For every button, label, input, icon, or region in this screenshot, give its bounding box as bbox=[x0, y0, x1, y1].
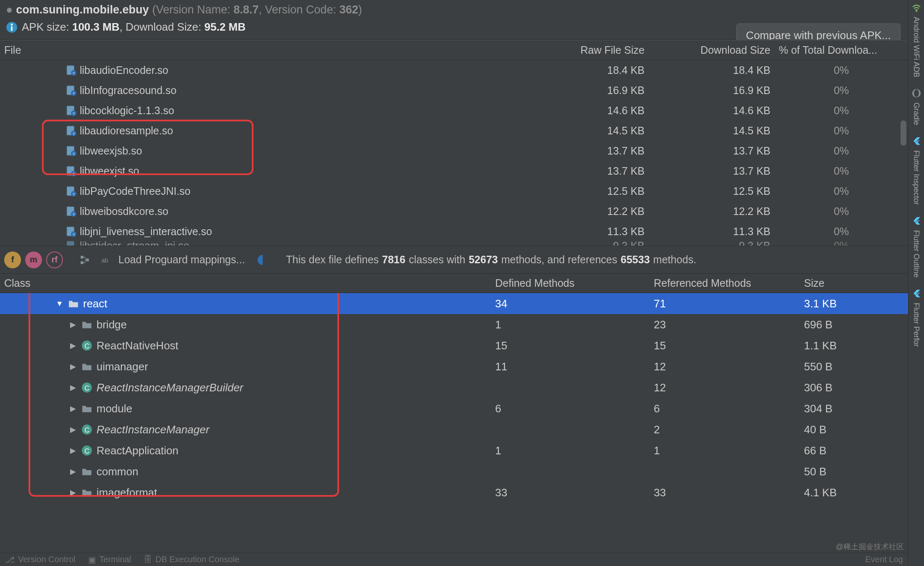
tree-icon[interactable] bbox=[76, 252, 93, 268]
filter-fields-button[interactable]: f bbox=[4, 252, 21, 268]
tool-flutter-perfor[interactable]: Flutter Perfor bbox=[911, 288, 921, 349]
terminal-tab[interactable]: ▣Terminal bbox=[88, 555, 131, 565]
referenced-methods: 12 bbox=[650, 381, 800, 394]
file-row[interactable]: libweexjst.so 13.7 KB 13.7 KB 0% bbox=[0, 161, 908, 181]
file-name: libcocklogic-1.1.3.so bbox=[80, 105, 174, 117]
class-name: bridge bbox=[97, 318, 127, 331]
file-name: libPayCodeThreeJNI.so bbox=[80, 185, 191, 197]
class-row[interactable]: ▶ ReactInstanceManagerBuilder 12 306 B bbox=[0, 377, 908, 398]
folder-icon bbox=[81, 487, 92, 498]
col-referenced[interactable]: Referenced Methods bbox=[650, 277, 800, 289]
file-row[interactable]: libaudioEncoder.so 18.4 KB 18.4 KB 0% bbox=[0, 60, 908, 80]
class-name: ReactInstanceManagerBuilder bbox=[97, 381, 243, 394]
tool-gradle[interactable]: Gradle bbox=[911, 88, 921, 128]
expand-icon[interactable]: ▶ bbox=[69, 404, 77, 413]
class-row[interactable]: ▶ uimanager 11 12 550 B bbox=[0, 356, 908, 377]
filter-methods-button[interactable]: m bbox=[25, 252, 42, 268]
file-name: libweibosdkcore.so bbox=[80, 205, 168, 217]
file-scrollbar-thumb[interactable] bbox=[901, 121, 906, 146]
file-dl-size: 12.5 KB bbox=[649, 185, 775, 197]
col-size[interactable]: Size bbox=[800, 277, 908, 289]
class-size: 304 B bbox=[800, 402, 908, 415]
class-icon bbox=[81, 382, 92, 393]
load-proguard-link[interactable]: Load Proguard mappings... bbox=[118, 254, 245, 266]
class-size: 696 B bbox=[800, 318, 908, 331]
expand-icon[interactable]: ▶ bbox=[69, 446, 77, 455]
file-raw-size: 12.5 KB bbox=[513, 185, 649, 197]
class-name: module bbox=[97, 402, 132, 415]
file-dl-size: 12.2 KB bbox=[649, 205, 775, 217]
tool-label: Flutter Perfor bbox=[912, 300, 921, 349]
defined-methods: 1 bbox=[491, 318, 650, 331]
col-pct[interactable]: % of Total Downloa... bbox=[775, 44, 908, 56]
file-icon bbox=[65, 206, 76, 217]
class-row[interactable]: ▶ ReactInstanceManager 2 40 B bbox=[0, 419, 908, 440]
event-log-tab[interactable]: Event Log bbox=[865, 555, 903, 564]
tool-label: Flutter Inspector bbox=[912, 148, 921, 207]
col-raw-size[interactable]: Raw File Size bbox=[513, 44, 649, 56]
col-download-size[interactable]: Download Size bbox=[649, 44, 775, 56]
class-row[interactable]: ▶ ReactNativeHost 15 15 1.1 KB bbox=[0, 335, 908, 356]
file-name: libInfogracesound.so bbox=[80, 84, 177, 97]
file-row[interactable]: libcocklogic-1.1.3.so 14.6 KB 14.6 KB 0% bbox=[0, 100, 908, 121]
expand-icon[interactable]: ▼ bbox=[55, 299, 64, 308]
expand-icon[interactable]: ▶ bbox=[69, 467, 77, 476]
defined-methods: 11 bbox=[491, 360, 650, 373]
expand-icon[interactable]: ▶ bbox=[69, 320, 77, 329]
tool-label: Gradle bbox=[912, 100, 921, 128]
class-size: 50 B bbox=[800, 465, 908, 478]
referenced-methods: 2 bbox=[650, 423, 800, 436]
file-raw-size: 13.7 KB bbox=[513, 145, 649, 157]
ab-icon[interactable] bbox=[97, 252, 114, 268]
file-row[interactable]: libInfogracesound.so 16.9 KB 16.9 KB 0% bbox=[0, 80, 908, 100]
class-row[interactable]: ▶ imageformat 33 33 4.1 KB bbox=[0, 482, 908, 503]
file-pct: 0% bbox=[775, 64, 908, 76]
dex-summary: This dex file defines 7816 classes with … bbox=[286, 254, 697, 266]
class-name: imageformat bbox=[97, 486, 157, 499]
file-row[interactable]: libweibosdkcore.so 12.2 KB 12.2 KB 0% bbox=[0, 201, 908, 221]
folder-icon bbox=[81, 403, 92, 414]
tool-flutter-inspector[interactable]: Flutter Inspector bbox=[911, 136, 921, 207]
class-row[interactable]: ▶ common 50 B bbox=[0, 461, 908, 482]
folder-icon bbox=[81, 319, 92, 330]
status-bar: ⎇Version Control ▣Terminal 🗄DB Execution… bbox=[0, 553, 908, 566]
file-dl-size: 13.7 KB bbox=[649, 165, 775, 177]
class-name: uimanager bbox=[97, 360, 148, 373]
class-icon bbox=[81, 445, 92, 456]
class-row[interactable]: ▶ ReactApplication 1 1 66 B bbox=[0, 440, 908, 461]
file-row[interactable]: libweexjsb.so 13.7 KB 13.7 KB 0% bbox=[0, 141, 908, 161]
expand-icon[interactable]: ▶ bbox=[69, 383, 77, 392]
flutter-icon bbox=[911, 136, 921, 146]
col-file[interactable]: File bbox=[0, 44, 513, 56]
db-console-tab[interactable]: 🗄DB Execution Console bbox=[144, 555, 239, 564]
expand-icon[interactable]: ▶ bbox=[69, 341, 77, 350]
class-size: 4.1 KB bbox=[800, 486, 908, 499]
file-row[interactable]: libaudioresample.so 14.5 KB 14.5 KB 0% bbox=[0, 121, 908, 141]
class-row[interactable]: ▶ module 6 6 304 B bbox=[0, 398, 908, 419]
file-icon bbox=[65, 240, 76, 246]
referenced-methods: 1 bbox=[650, 444, 800, 457]
file-pct: 0% bbox=[775, 205, 908, 217]
tool-android-wifi-adb[interactable]: Android WiFi ADB bbox=[911, 3, 921, 80]
tool-flutter-outline[interactable]: Flutter Outline bbox=[911, 216, 921, 280]
class-size: 66 B bbox=[800, 444, 908, 457]
file-pct: 0% bbox=[775, 145, 908, 157]
file-raw-size: 14.6 KB bbox=[513, 105, 649, 117]
version-control-tab[interactable]: ⎇Version Control bbox=[5, 555, 76, 565]
flutter-icon bbox=[911, 288, 921, 299]
class-size: 3.1 KB bbox=[800, 297, 908, 310]
expand-icon[interactable]: ▶ bbox=[69, 362, 77, 371]
referenced-methods: 6 bbox=[650, 402, 800, 415]
filter-refs-button[interactable]: rf bbox=[46, 252, 63, 268]
expand-icon[interactable]: ▶ bbox=[69, 488, 77, 497]
class-row[interactable]: ▼ react 34 71 3.1 KB bbox=[0, 293, 908, 314]
col-defined[interactable]: Defined Methods bbox=[491, 277, 650, 289]
file-row[interactable]: libPayCodeThreeJNI.so 12.5 KB 12.5 KB 0% bbox=[0, 181, 908, 201]
class-row[interactable]: ▶ bridge 1 23 696 B bbox=[0, 314, 908, 335]
class-size: 1.1 KB bbox=[800, 339, 908, 352]
col-class[interactable]: Class bbox=[0, 277, 491, 289]
file-column-header: File Raw File Size Download Size % of To… bbox=[0, 40, 908, 60]
file-row[interactable]: libstidocr_stream_jni.so 9.3 KB 9.3 KB 0… bbox=[0, 236, 908, 246]
expand-icon[interactable]: ▶ bbox=[69, 425, 77, 434]
file-name: libstidocr_stream_jni.so bbox=[80, 240, 189, 246]
